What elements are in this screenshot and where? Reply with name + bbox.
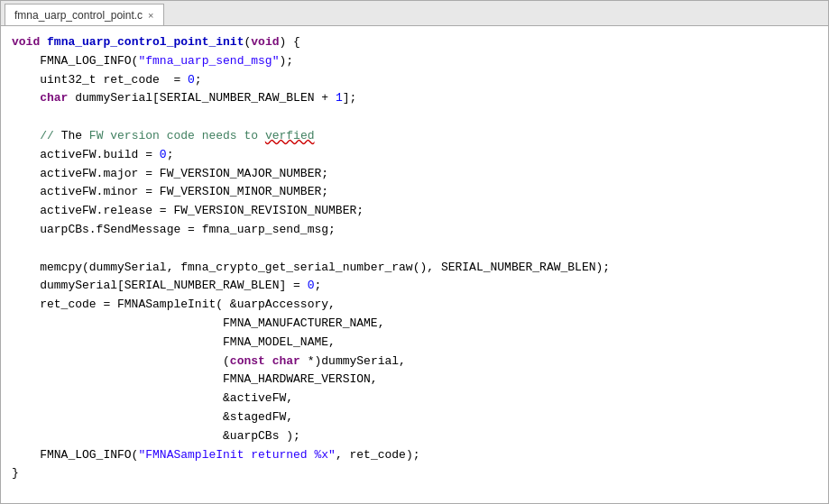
editor-tab[interactable]: fmna_uarp_control_point.c × — [5, 4, 164, 25]
code-line: activeFW.release = FW_VERSION_REVISION_N… — [12, 202, 817, 221]
tab-label: fmna_uarp_control_point.c — [14, 9, 143, 22]
tab-close-button[interactable]: × — [148, 10, 153, 21]
code-line: activeFW.minor = FW_VERSION_MINOR_NUMBER… — [12, 183, 817, 202]
code-line: } — [12, 464, 817, 483]
code-line: activeFW.major = FW_VERSION_MAJOR_NUMBER… — [12, 165, 817, 184]
code-line: activeFW.build = 0; — [12, 146, 817, 165]
code-line: FMNA_HARDWARE_VERSION, — [12, 371, 817, 389]
code-line: char dummySerial[SERIAL_NUMBER_RAW_BLEN … — [12, 89, 817, 108]
code-line — [12, 240, 817, 259]
code-editor[interactable]: void fmna_uarp_control_point_init(void) … — [1, 26, 828, 503]
code-line: ret_code = FMNASampleInit( &uarpAccessor… — [12, 296, 817, 315]
tab-bar: fmna_uarp_control_point.c × — [1, 1, 828, 26]
code-line: FMNA_LOG_INFO("fmna_uarp_send_msg"); — [12, 52, 817, 71]
code-line: // The FW version code needs to verfied — [12, 127, 817, 146]
code-line: memcpy(dummySerial, fmna_crypto_get_seri… — [12, 259, 817, 278]
code-line: &uarpCBs ); — [12, 427, 817, 446]
editor-window: fmna_uarp_control_point.c × void fmna_ua… — [0, 0, 829, 504]
code-line: uarpCBs.fSendMessage = fmna_uarp_send_ms… — [12, 221, 817, 240]
code-line: (const char *)dummySerial, — [12, 353, 817, 371]
code-line: FMNA_MANUFACTURER_NAME, — [12, 315, 817, 334]
code-line: FMNA_LOG_INFO("FMNASampleInit returned %… — [12, 446, 817, 465]
code-line — [12, 108, 817, 127]
code-line: &activeFW, — [12, 389, 817, 408]
code-line: dummySerial[SERIAL_NUMBER_RAW_BLEN] = 0; — [12, 277, 817, 296]
code-line: uint32_t ret_code = 0; — [12, 71, 817, 90]
code-line: FMNA_MODEL_NAME, — [12, 334, 817, 353]
code-line: &stagedFW, — [12, 408, 817, 427]
code-line: void fmna_uarp_control_point_init(void) … — [12, 33, 817, 52]
